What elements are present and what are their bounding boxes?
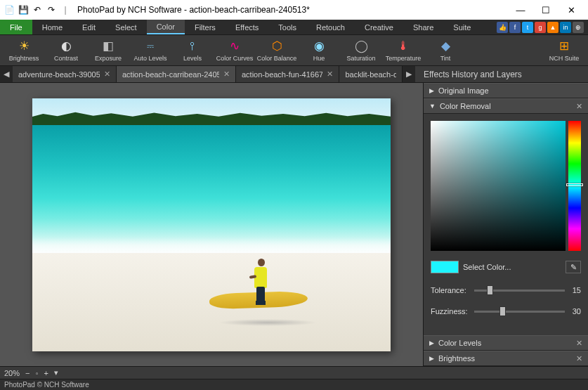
document-tab[interactable]: adventure-beach-390051✕	[13, 66, 117, 82]
ribbon-color-balance[interactable]: ⬡Color Balance	[256, 35, 298, 66]
titlebar-separator: |	[59, 4, 72, 16]
menu-bar: FileHomeEditSelectColorFiltersEffectsToo…	[0, 20, 588, 35]
like-icon[interactable]: 👍	[497, 22, 508, 33]
accordion-brightness[interactable]: ▶ Brightness ✕	[424, 351, 588, 366]
side-panel: ▶ Original Image ▼ Color Removal ✕ Selec…	[423, 83, 588, 366]
close-icon[interactable]: ✕	[576, 354, 582, 363]
saturation-value-picker[interactable]	[431, 121, 566, 251]
menu-creative[interactable]: Creative	[355, 20, 403, 34]
temperature-icon: 🌡	[396, 39, 410, 53]
tab-close-icon[interactable]: ✕	[327, 70, 333, 79]
menu-tools[interactable]: Tools	[268, 20, 306, 34]
zoom-value: 20%	[4, 369, 20, 377]
title-bar: 📄 💾 ↶ ↷ | PhotoPad by NCH Software - act…	[0, 0, 588, 20]
accordion-label: Brightness	[438, 354, 475, 363]
tab-close-icon[interactable]: ✕	[104, 70, 110, 79]
zoom-dropdown[interactable]: ▾	[54, 368, 58, 377]
google-plus-icon[interactable]: g	[535, 22, 546, 33]
ribbon-label: Exposure	[95, 55, 122, 62]
minimize-button[interactable]: —	[512, 5, 529, 15]
document-tab[interactable]: backlit-beach-cl	[339, 66, 403, 82]
ribbon-temperature[interactable]: 🌡Temperature	[382, 35, 424, 66]
maximize-button[interactable]: ☐	[537, 5, 554, 15]
hue-icon: ◉	[312, 39, 326, 53]
menu-home[interactable]: Home	[32, 20, 72, 34]
tolerance-label: Tolerance:	[431, 286, 470, 294]
tab-close-icon[interactable]: ✕	[223, 70, 230, 79]
menu-retouch[interactable]: Retouch	[306, 20, 355, 34]
hue-slider[interactable]	[568, 121, 581, 251]
contrast-icon: ◐	[59, 39, 73, 53]
menu-effects[interactable]: Effects	[226, 20, 268, 34]
menu-color[interactable]: Color	[147, 20, 185, 34]
close-icon[interactable]: ✕	[576, 102, 582, 111]
fuzziness-value: 30	[569, 307, 581, 316]
accordion-color-removal[interactable]: ▼ Color Removal ✕	[424, 98, 588, 114]
ribbon-saturation[interactable]: ◯Saturation	[340, 35, 382, 66]
window-title: PhotoPad by NCH Software - action-beach-…	[77, 5, 512, 15]
ribbon-brightness[interactable]: ☀Brightness	[3, 35, 45, 66]
accordion-label: Original Image	[438, 86, 489, 95]
zoom-out-button[interactable]: −	[25, 369, 30, 377]
ribbon-contrast[interactable]: ◐Contrast	[45, 35, 87, 66]
menu-suite[interactable]: Suite	[443, 20, 481, 34]
tolerance-slider[interactable]	[474, 290, 565, 292]
close-button[interactable]: ✕	[563, 5, 580, 15]
ribbon-levels[interactable]: ⫯Levels	[171, 35, 214, 66]
tab-scroll-right[interactable]: ▶	[403, 66, 415, 82]
menu-share[interactable]: Share	[403, 20, 443, 34]
document-tab[interactable]: action-beach-fun-416676✕	[236, 66, 339, 82]
color-removal-panel: Select Color... ✎ Tolerance: 15 Fuzzines…	[424, 114, 588, 323]
chevron-right-icon: ▶	[429, 355, 434, 362]
color-swatch[interactable]	[431, 261, 459, 273]
ribbon-label: Color Curves	[216, 55, 254, 62]
tolerance-value: 15	[569, 286, 581, 294]
ribbon-hue[interactable]: ◉Hue	[298, 35, 340, 66]
more-icon[interactable]: ⊕	[573, 22, 584, 33]
twitter-icon[interactable]: t	[522, 22, 533, 33]
facebook-icon[interactable]: f	[509, 22, 521, 33]
ribbon-label: Contrast	[54, 55, 78, 62]
side-panel-title: Effects History and Layers	[415, 66, 588, 82]
zoom-reset-button[interactable]: ◦	[35, 369, 38, 377]
status-text: PhotoPad © NCH Software	[4, 381, 89, 389]
image-canvas[interactable]	[32, 98, 391, 351]
ribbon-exposure[interactable]: ◧Exposure	[87, 35, 129, 66]
menu-select[interactable]: Select	[105, 20, 147, 34]
menu-filters[interactable]: Filters	[185, 20, 226, 34]
social-icons: 👍 f t g ▲ in ⊕	[497, 20, 588, 34]
document-tab[interactable]: action-beach-carribean-240513*✕	[117, 66, 236, 82]
ribbon-auto-levels[interactable]: ⎓Auto Levels	[129, 35, 171, 66]
redo-icon[interactable]: ↷	[45, 4, 58, 16]
select-color-button[interactable]: Select Color...	[463, 263, 561, 271]
share-icon[interactable]: ▲	[547, 22, 558, 33]
close-icon[interactable]: ✕	[576, 339, 582, 348]
nch-suite-button[interactable]: ⊞ NCH Suite	[543, 35, 585, 66]
accordion-color-levels[interactable]: ▶ Color Levels ✕	[424, 335, 588, 351]
zoom-bar: 20% − ◦ + ▾	[0, 366, 588, 379]
fuzziness-slider[interactable]	[474, 311, 565, 313]
ribbon-label: Tint	[440, 55, 451, 62]
save-icon[interactable]: 💾	[17, 4, 30, 16]
app-icon: 📄	[3, 4, 15, 16]
chevron-right-icon: ▶	[429, 339, 434, 346]
tab-label: action-beach-fun-416676	[242, 70, 322, 79]
accordion-original-image[interactable]: ▶ Original Image	[424, 83, 588, 98]
chevron-down-icon: ▼	[429, 103, 436, 110]
ribbon-label: Levels	[183, 55, 202, 62]
tab-label: adventure-beach-390051	[18, 70, 100, 79]
accordion-label: Color Removal	[440, 102, 491, 110]
linkedin-icon[interactable]: in	[560, 22, 571, 33]
ribbon-color-curves[interactable]: ∿Color Curves	[214, 35, 256, 66]
fuzziness-label: Fuzziness:	[431, 307, 470, 316]
tab-scroll-left[interactable]: ◀	[0, 66, 13, 82]
brightness-icon: ☀	[17, 39, 31, 53]
undo-icon[interactable]: ↶	[31, 4, 44, 16]
menu-edit[interactable]: Edit	[72, 20, 105, 34]
eyedropper-button[interactable]: ✎	[566, 261, 581, 273]
canvas-area[interactable]	[0, 83, 423, 366]
ribbon-tint[interactable]: ◆Tint	[424, 35, 466, 66]
zoom-in-button[interactable]: +	[44, 369, 48, 377]
suite-icon: ⊞	[557, 39, 571, 53]
menu-file[interactable]: File	[0, 20, 32, 34]
